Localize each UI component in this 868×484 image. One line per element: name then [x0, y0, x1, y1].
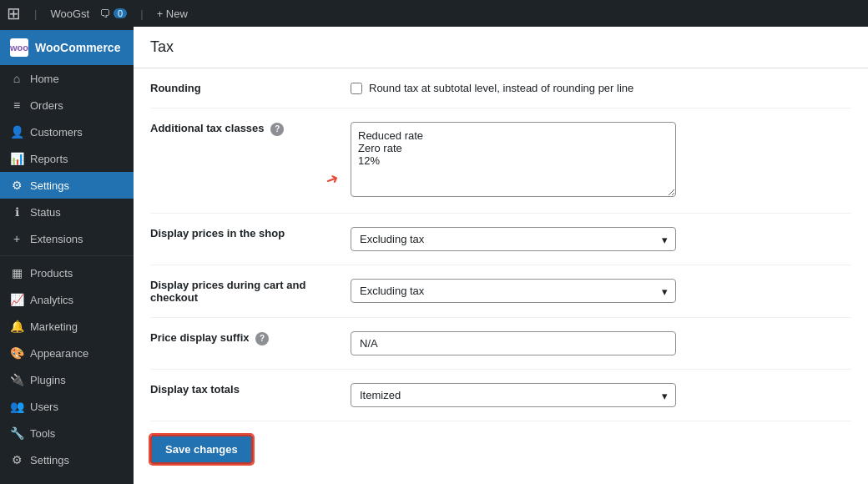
display-prices-shop-label: Display prices in the shop	[150, 214, 351, 265]
comments-icon[interactable]: 🗨 0	[99, 8, 127, 20]
sidebar-label-plugins: Plugins	[30, 374, 66, 386]
sidebar-label-settings: Settings	[30, 179, 69, 192]
analytics-icon: 📈	[10, 293, 23, 306]
sidebar-item-tools[interactable]: 🔧 Tools	[0, 420, 134, 446]
sidebar-label-customers: Customers	[30, 126, 83, 139]
rounding-checkbox-row: Round tax at subtotal level, instead of …	[351, 82, 851, 94]
row-price-suffix: Price display suffix ?	[150, 318, 851, 370]
settings2-icon: ⚙	[10, 453, 23, 466]
price-suffix-label: Price display suffix ?	[150, 318, 351, 370]
display-tax-totals-select[interactable]: Itemized As a single total	[351, 383, 676, 407]
rounding-checkbox-label: Round tax at subtotal level, instead of …	[369, 82, 633, 94]
rounding-label: Rounding	[150, 68, 351, 108]
additional-tax-classes-field: ➜ Reduced rate Zero rate 12%	[351, 108, 851, 214]
additional-tax-classes-help-icon[interactable]: ?	[270, 123, 284, 136]
top-bar: ⊞ | WooGst 🗨 0 | + New	[0, 0, 868, 27]
tax-classes-textarea[interactable]: Reduced rate Zero rate 12%	[351, 122, 676, 197]
wp-logo-icon[interactable]: ⊞	[7, 3, 21, 23]
users-icon: 👥	[10, 400, 23, 413]
sidebar-label-home: Home	[30, 73, 59, 85]
content-area: Tax Rounding Round tax at subtotal level…	[134, 27, 868, 484]
sidebar-item-customers[interactable]: 👤 Customers	[0, 118, 134, 145]
save-btn-wrap: Save changes	[150, 421, 851, 471]
sidebar-label-products: Products	[30, 267, 73, 280]
sidebar-item-analytics[interactable]: 📈 Analytics	[0, 286, 134, 313]
row-display-prices-cart: Display prices during cart and checkout …	[150, 265, 851, 318]
woocommerce-brand[interactable]: woo WooCommerce	[0, 30, 134, 65]
sidebar-item-settings2[interactable]: ⚙ Settings	[0, 446, 134, 473]
display-prices-cart-field: Including tax Excluding tax	[351, 265, 851, 318]
customers-icon: 👤	[10, 125, 23, 139]
sidebar-label-marketing: Marketing	[30, 320, 78, 333]
brand-label: WooCommerce	[35, 41, 120, 54]
sidebar-label-settings2: Settings	[30, 454, 69, 466]
main-layout: woo WooCommerce ⌂ Home ≡ Orders 👤 Custom…	[0, 27, 868, 484]
appearance-icon: 🎨	[10, 346, 23, 360]
sidebar-label-orders: Orders	[30, 99, 63, 112]
marketing-icon: 🔔	[10, 320, 23, 333]
sidebar-label-analytics: Analytics	[30, 294, 73, 306]
display-prices-cart-select-wrap: Including tax Excluding tax	[351, 279, 676, 303]
sidebar-divider	[0, 255, 134, 256]
row-display-prices-shop: Display prices in the shop Including tax…	[150, 214, 851, 265]
sidebar-item-settings[interactable]: ⚙ Settings	[0, 172, 134, 199]
reports-icon: 📊	[10, 152, 23, 165]
sidebar-item-plugins[interactable]: 🔌 Plugins	[0, 366, 134, 393]
display-prices-shop-field: Including tax Excluding tax	[351, 214, 851, 265]
sidebar-item-marketing[interactable]: 🔔 Marketing	[0, 313, 134, 340]
display-prices-cart-select[interactable]: Including tax Excluding tax	[351, 279, 676, 303]
page-title: Tax	[150, 38, 851, 56]
price-suffix-input[interactable]	[351, 331, 676, 355]
sidebar-label-status: Status	[30, 206, 61, 219]
price-suffix-help-icon[interactable]: ?	[255, 332, 269, 345]
display-tax-totals-label: Display tax totals	[150, 370, 351, 421]
sidebar-item-orders[interactable]: ≡ Orders	[0, 92, 134, 118]
orders-icon: ≡	[10, 98, 23, 112]
sidebar-label-tools: Tools	[30, 427, 55, 440]
woo-icon: woo	[10, 38, 28, 57]
settings-wrap: Rounding Round tax at subtotal level, in…	[134, 68, 868, 484]
sidebar-item-products[interactable]: ▦ Products	[0, 260, 134, 286]
sidebar-item-reports[interactable]: 📊 Reports	[0, 145, 134, 172]
extensions-icon: +	[10, 232, 23, 245]
page-header: Tax	[134, 27, 868, 68]
row-rounding: Rounding Round tax at subtotal level, in…	[150, 68, 851, 108]
status-icon: ℹ	[10, 205, 23, 219]
price-suffix-field	[351, 318, 851, 370]
products-icon: ▦	[10, 266, 23, 280]
display-prices-shop-select[interactable]: Including tax Excluding tax	[351, 227, 676, 251]
site-name[interactable]: WooGst	[50, 8, 89, 20]
additional-tax-classes-label: Additional tax classes ?	[150, 108, 351, 214]
sidebar-item-home[interactable]: ⌂ Home	[0, 65, 134, 92]
tools-icon: 🔧	[10, 426, 23, 440]
sidebar: woo WooCommerce ⌂ Home ≡ Orders 👤 Custom…	[0, 27, 134, 484]
display-prices-cart-label: Display prices during cart and checkout	[150, 265, 351, 318]
arrow-container: ➜ Reduced rate Zero rate 12%	[351, 122, 676, 199]
sidebar-item-users[interactable]: 👥 Users	[0, 393, 134, 420]
settings-icon: ⚙	[10, 179, 23, 192]
display-tax-totals-field: Itemized As a single total	[351, 370, 851, 421]
sidebar-item-extensions[interactable]: + Extensions	[0, 225, 134, 252]
comment-count: 0	[114, 8, 127, 18]
home-icon: ⌂	[10, 72, 23, 85]
row-additional-tax-classes: Additional tax classes ? ➜ Reduced rate …	[150, 108, 851, 214]
sidebar-label-extensions: Extensions	[30, 233, 83, 245]
plugins-icon: 🔌	[10, 373, 23, 386]
sidebar-label-appearance: Appearance	[30, 347, 88, 360]
rounding-field: Round tax at subtotal level, instead of …	[351, 68, 851, 108]
sidebar-item-appearance[interactable]: 🎨 Appearance	[0, 340, 134, 366]
display-tax-totals-select-wrap: Itemized As a single total	[351, 383, 676, 407]
save-changes-button[interactable]: Save changes	[150, 435, 253, 464]
display-prices-shop-select-wrap: Including tax Excluding tax	[351, 227, 676, 251]
settings-form-table: Rounding Round tax at subtotal level, in…	[150, 68, 851, 421]
sidebar-label-reports: Reports	[30, 153, 68, 165]
row-display-tax-totals: Display tax totals Itemized As a single …	[150, 370, 851, 421]
new-button[interactable]: + New	[157, 8, 188, 20]
rounding-checkbox[interactable]	[351, 83, 362, 94]
sidebar-label-users: Users	[30, 401, 58, 413]
sidebar-item-status[interactable]: ℹ Status	[0, 199, 134, 225]
